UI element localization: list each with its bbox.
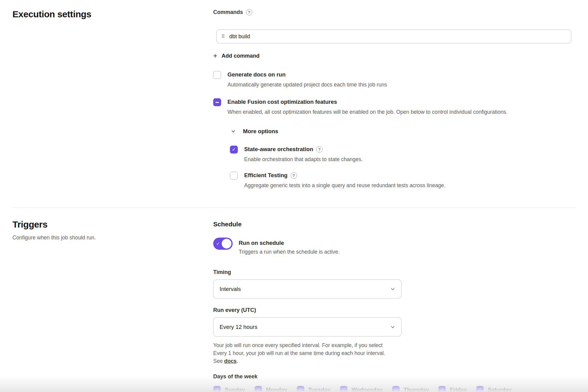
option-fusion-cost-optimization: Enable Fusion cost optimization features…: [213, 98, 576, 115]
tuesday-checkbox: ✓: [297, 386, 304, 392]
day-label: Wednesday: [351, 387, 382, 392]
wednesday-checkbox: ✓: [340, 386, 347, 392]
fusion-description: When enabled, all cost optimization feat…: [227, 109, 576, 115]
indeterminate-dash-icon: [215, 102, 219, 103]
saturday-checkbox: ✓: [476, 386, 484, 392]
efficient-testing-help-icon[interactable]: ?: [291, 172, 297, 179]
state-aware-help-icon[interactable]: ?: [316, 146, 323, 153]
triggers-subtitle: Configure when this job should run.: [12, 235, 213, 241]
friday-checkbox: ✓: [438, 386, 446, 392]
drag-handle-icon[interactable]: ⠿: [221, 34, 224, 39]
check-icon: ✓: [478, 387, 482, 392]
efficient-testing-label: Efficient Testing: [244, 172, 288, 179]
command-input[interactable]: ⠿ dbt build: [216, 29, 571, 43]
option-state-aware-orchestration: ✓ State-aware orchestration ? Enable orc…: [230, 146, 576, 163]
check-icon: ✓: [232, 147, 236, 152]
toggle-knob: [222, 239, 231, 248]
monday-checkbox: ✓: [255, 386, 262, 392]
triggers-section: Triggers Configure when this job should …: [12, 208, 576, 392]
interval-help-after: .: [237, 358, 238, 364]
day-label: Monday: [266, 387, 287, 392]
more-options-label: More options: [243, 128, 278, 135]
execution-settings-left: Execution settings: [12, 9, 213, 19]
fusion-label: Enable Fusion cost optimization features: [227, 99, 337, 105]
plus-icon: +: [213, 52, 217, 59]
commands-help-icon[interactable]: ?: [246, 9, 252, 15]
check-icon: ✓: [342, 387, 346, 392]
timing-label: Timing: [213, 269, 576, 275]
days-of-week-label: Days of the week: [213, 373, 576, 380]
command-value: dbt build: [229, 33, 250, 40]
check-icon: ✓: [299, 387, 303, 392]
chevron-down-icon: [390, 287, 395, 292]
job-settings-page: Execution settings Commands ? ⠿ dbt buil…: [0, 0, 588, 392]
generate-docs-label: Generate docs on run: [227, 71, 285, 78]
execution-settings-section: Execution settings Commands ? ⠿ dbt buil…: [12, 9, 576, 189]
toggle-check-icon: ✓: [216, 241, 220, 246]
day-label: Sunday: [225, 387, 245, 392]
day-item-sunday[interactable]: ✓ Sunday: [213, 386, 245, 392]
run-every-label: Run every (UTC): [213, 307, 576, 313]
run-on-schedule-label: Run on schedule: [239, 240, 576, 246]
efficient-testing-checkbox[interactable]: ✓: [230, 172, 238, 180]
chevron-down-icon: [231, 129, 236, 134]
generate-docs-label-row: Generate docs on run: [227, 71, 576, 78]
run-on-schedule-text: Run on schedule Triggers a run when the …: [239, 238, 576, 255]
option-generate-docs: ✓ Generate docs on run Automatically gen…: [213, 71, 576, 88]
day-item-thursday[interactable]: ✓ Thursday: [392, 386, 429, 392]
run-on-schedule-toggle[interactable]: ✓: [213, 238, 233, 250]
add-command-button[interactable]: + Add command: [213, 52, 259, 59]
sunday-checkbox: ✓: [213, 386, 221, 392]
docs-link[interactable]: docs: [224, 358, 237, 364]
state-aware-description: Enable orchestration that adapts to stat…: [244, 156, 576, 163]
commands-label-row: Commands ?: [213, 9, 576, 15]
fusion-checkbox[interactable]: [213, 98, 221, 106]
timing-select[interactable]: Intervals: [213, 279, 402, 299]
efficient-testing-description: Aggregate generic tests into a single qu…: [244, 182, 576, 189]
day-item-tuesday[interactable]: ✓ Tuesday: [297, 386, 331, 392]
run-every-select[interactable]: Every 12 hours: [213, 317, 402, 336]
thursday-checkbox: ✓: [392, 386, 400, 392]
more-options-toggle[interactable]: More options: [231, 128, 576, 135]
commands-label: Commands: [213, 9, 243, 15]
run-on-schedule-row: ✓ Run on schedule Triggers a run when th…: [213, 238, 576, 255]
interval-help-text: Your job will run once every specified i…: [213, 341, 395, 365]
day-item-saturday[interactable]: ✓ Saturday: [476, 386, 512, 392]
option-efficient-testing: ✓ Efficient Testing ? Aggregate generic …: [230, 172, 576, 189]
add-command-label: Add command: [221, 53, 259, 59]
schedule-content: Schedule ✓ Run on schedule Triggers a ru…: [213, 219, 576, 392]
day-label: Tuesday: [308, 387, 331, 392]
interval-help-before: Your job will run once every specified i…: [213, 342, 385, 364]
state-aware-label: State-aware orchestration: [244, 146, 313, 153]
day-item-friday[interactable]: ✓ Friday: [438, 386, 467, 392]
chevron-down-icon: [390, 325, 395, 329]
triggers-left: Triggers Configure when this job should …: [12, 219, 213, 241]
page-title: Execution settings: [12, 9, 213, 19]
day-label: Saturday: [488, 387, 512, 392]
check-icon: ✓: [394, 387, 398, 392]
fusion-sub-options: ✓ State-aware orchestration ? Enable orc…: [230, 146, 576, 189]
days-of-week-row: ✓ Sunday ✓ Monday ✓ Tuesday ✓ Wednesday …: [213, 386, 576, 392]
day-label: Friday: [450, 387, 467, 392]
fusion-label-row: Enable Fusion cost optimization features: [227, 99, 576, 105]
generate-docs-checkbox[interactable]: ✓: [213, 71, 221, 79]
timing-select-value: Intervals: [220, 286, 241, 292]
run-every-select-value: Every 12 hours: [220, 324, 257, 330]
run-on-schedule-description: Triggers a run when the schedule is acti…: [239, 249, 576, 255]
triggers-title: Triggers: [12, 219, 213, 230]
state-aware-checkbox[interactable]: ✓: [230, 146, 238, 154]
day-item-wednesday[interactable]: ✓ Wednesday: [340, 386, 382, 392]
check-icon: ✓: [440, 387, 444, 392]
efficient-testing-label-row: Efficient Testing ?: [244, 172, 576, 179]
state-aware-label-row: State-aware orchestration ?: [244, 146, 576, 153]
generate-docs-description: Automatically generate updated project d…: [227, 82, 576, 88]
execution-settings-content: Commands ? ⠿ dbt build + Add command ✓ G…: [213, 9, 576, 189]
day-item-monday[interactable]: ✓ Monday: [255, 386, 287, 392]
check-icon: ✓: [215, 387, 219, 392]
day-label: Thursday: [404, 387, 429, 392]
check-icon: ✓: [256, 387, 260, 392]
schedule-title: Schedule: [213, 221, 576, 228]
